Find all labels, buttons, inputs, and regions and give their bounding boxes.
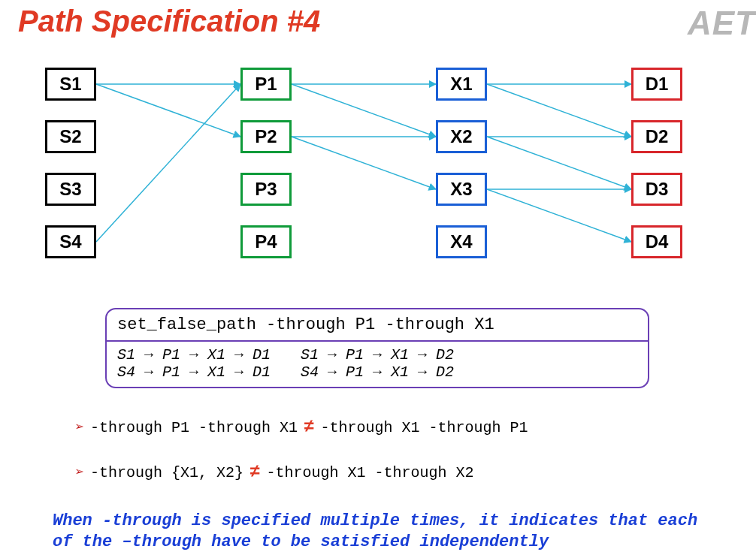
node-x2: X2	[436, 120, 487, 153]
edge-x1-d2	[487, 84, 631, 137]
paths-col-left: S1 → P1 → X1 → D1S4 → P1 → X1 → D1	[117, 346, 271, 381]
node-d1: D1	[631, 68, 682, 101]
path-left-0: S1 → P1 → X1 → D1	[117, 346, 271, 363]
note-lhs-1: -through {X1, X2}	[90, 464, 243, 481]
edge-p2-x3	[292, 137, 436, 189]
node-s1: S1	[45, 68, 96, 101]
node-s3: S3	[45, 173, 96, 206]
node-p4: P4	[240, 225, 292, 258]
note-rhs-1: -through X1 -through X2	[267, 464, 474, 481]
note-lhs-0: -through P1 -through X1	[90, 419, 298, 436]
command-results: S1 → P1 → X1 → D1S4 → P1 → X1 → D1 S1 → …	[107, 342, 648, 387]
not-equal-icon: ≠	[243, 462, 266, 482]
edge-x3-d4	[487, 189, 631, 242]
node-s4: S4	[45, 225, 96, 258]
command-text: set_false_path -through P1 -through X1	[107, 309, 648, 342]
path-diagram: S1S2S3S4P1P2P3P4X1X2X3X4D1D2D3D4	[30, 60, 729, 293]
bullet-marker-icon: ➢	[75, 419, 84, 436]
node-p2: P2	[240, 120, 292, 153]
node-s2: S2	[45, 120, 96, 153]
path-right-1: S4 → P1 → X1 → D2	[301, 363, 454, 381]
node-x1: X1	[436, 68, 487, 101]
command-box: set_false_path -through P1 -through X1 S…	[105, 308, 649, 388]
bullet-marker-icon: ➢	[75, 464, 84, 481]
footnote: When -through is specified multiple time…	[53, 511, 714, 552]
note-rhs-0: -through X1 -through P1	[321, 419, 528, 436]
brand-logo: AET	[688, 5, 756, 42]
note-0: ➢-through P1 -through X1≠-through X1 -th…	[75, 417, 528, 437]
not-equal-icon: ≠	[298, 417, 320, 437]
node-d2: D2	[631, 120, 682, 153]
node-x4: X4	[436, 225, 487, 258]
edge-p1-x2	[292, 84, 436, 137]
node-d3: D3	[631, 173, 682, 206]
node-d4: D4	[631, 225, 682, 258]
edge-x2-d3	[487, 137, 631, 189]
note-1: ➢-through {X1, X2}≠-through X1 -through …	[75, 462, 474, 482]
edge-s4-p1	[96, 84, 240, 242]
edge-s1-p2	[96, 84, 240, 137]
paths-col-right: S1 → P1 → X1 → D2S4 → P1 → X1 → D2	[301, 346, 454, 381]
path-left-1: S4 → P1 → X1 → D1	[117, 363, 271, 381]
path-right-0: S1 → P1 → X1 → D2	[301, 346, 454, 363]
page-title: Path Specification #4	[18, 5, 320, 38]
node-p3: P3	[240, 173, 292, 206]
node-x3: X3	[436, 173, 487, 206]
diagram-edges	[30, 60, 729, 293]
node-p1: P1	[240, 68, 292, 101]
